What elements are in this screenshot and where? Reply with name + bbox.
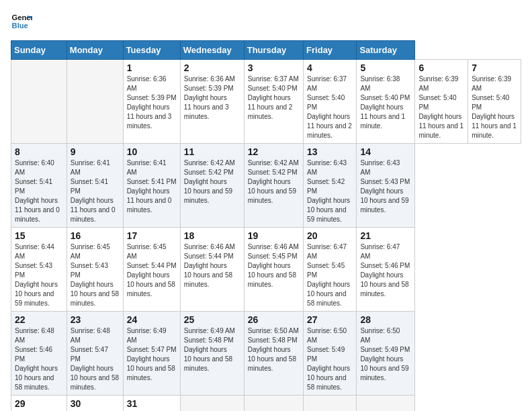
day-info: Sunrise: 6:45 AMSunset: 5:44 PMDaylight … xyxy=(127,242,177,299)
day-info: Sunrise: 6:49 AMSunset: 5:48 PMDaylight … xyxy=(184,326,240,373)
header-saturday: Saturday xyxy=(357,41,415,60)
header-sunday: Sunday xyxy=(11,41,67,60)
day-info: Sunrise: 6:42 AMSunset: 5:42 PMDaylight … xyxy=(184,158,240,205)
day-number: 24 xyxy=(127,314,177,325)
day-number: 16 xyxy=(71,230,120,241)
logo: General Blue xyxy=(11,11,32,32)
day-number: 30 xyxy=(71,398,120,409)
calendar-cell: 4Sunrise: 6:37 AMSunset: 5:40 PMDaylight… xyxy=(304,60,357,144)
day-info: Sunrise: 6:42 AMSunset: 5:42 PMDaylight … xyxy=(248,158,300,205)
header-tuesday: Tuesday xyxy=(123,41,180,60)
svg-text:Blue: Blue xyxy=(12,21,28,30)
calendar-cell xyxy=(66,60,123,144)
day-info: Sunrise: 6:37 AMSunset: 5:40 PMDaylight … xyxy=(248,75,300,122)
day-info: Sunrise: 6:50 AMSunset: 5:49 PMDaylight … xyxy=(360,326,411,383)
calendar-week-row: 15Sunrise: 6:44 AMSunset: 5:43 PMDayligh… xyxy=(11,228,521,312)
calendar-cell: 18Sunrise: 6:46 AMSunset: 5:44 PMDayligh… xyxy=(180,228,244,312)
day-number: 8 xyxy=(15,146,63,157)
calendar-cell: 27Sunrise: 6:50 AMSunset: 5:49 PMDayligh… xyxy=(304,312,357,396)
header-monday: Monday xyxy=(66,41,123,60)
calendar-cell: 23Sunrise: 6:48 AMSunset: 5:47 PMDayligh… xyxy=(66,312,123,396)
day-number: 27 xyxy=(307,314,353,325)
day-number: 12 xyxy=(248,146,300,157)
calendar-cell: 24Sunrise: 6:49 AMSunset: 5:47 PMDayligh… xyxy=(123,312,180,396)
day-info: Sunrise: 6:41 AMSunset: 5:41 PMDaylight … xyxy=(71,158,120,224)
calendar-cell: 10Sunrise: 6:41 AMSunset: 5:41 PMDayligh… xyxy=(123,144,180,228)
calendar-cell: 26Sunrise: 6:50 AMSunset: 5:48 PMDayligh… xyxy=(244,312,303,396)
day-info: Sunrise: 6:37 AMSunset: 5:40 PMDaylight … xyxy=(307,75,353,140)
calendar-week-row: 8Sunrise: 6:40 AMSunset: 5:41 PMDaylight… xyxy=(11,144,521,228)
calendar-cell: 25Sunrise: 6:49 AMSunset: 5:48 PMDayligh… xyxy=(180,312,244,396)
day-info: Sunrise: 6:39 AMSunset: 5:40 PMDaylight … xyxy=(472,75,517,140)
day-info: Sunrise: 6:41 AMSunset: 5:41 PMDaylight … xyxy=(127,158,177,215)
calendar-cell xyxy=(304,396,357,412)
calendar-header-row: SundayMondayTuesdayWednesdayThursdayFrid… xyxy=(11,41,521,60)
day-number: 5 xyxy=(360,62,411,73)
day-number: 10 xyxy=(127,146,177,157)
day-info: Sunrise: 6:38 AMSunset: 5:40 PMDaylight … xyxy=(360,75,411,131)
calendar-cell: 19Sunrise: 6:46 AMSunset: 5:45 PMDayligh… xyxy=(244,228,303,312)
day-number: 14 xyxy=(360,146,411,157)
day-number: 3 xyxy=(248,62,300,73)
calendar-week-row: 22Sunrise: 6:48 AMSunset: 5:46 PMDayligh… xyxy=(11,312,521,396)
day-number: 29 xyxy=(15,398,63,409)
calendar-cell: 6Sunrise: 6:39 AMSunset: 5:40 PMDaylight… xyxy=(415,60,468,144)
logo-icon: General Blue xyxy=(11,11,32,32)
calendar-cell: 29Sunrise: 6:51 AMSunset: 5:50 PMDayligh… xyxy=(11,396,67,412)
day-number: 28 xyxy=(360,314,411,325)
day-info: Sunrise: 6:47 AMSunset: 5:46 PMDaylight … xyxy=(360,242,411,299)
day-number: 22 xyxy=(15,314,63,325)
page-header: General Blue xyxy=(11,11,521,32)
header-friday: Friday xyxy=(304,41,357,60)
day-info: Sunrise: 6:43 AMSunset: 5:43 PMDaylight … xyxy=(360,158,411,215)
day-info: Sunrise: 6:36 AMSunset: 5:39 PMDaylight … xyxy=(127,75,177,131)
calendar-cell: 28Sunrise: 6:50 AMSunset: 5:49 PMDayligh… xyxy=(357,312,415,396)
day-number: 1 xyxy=(127,62,177,73)
day-info: Sunrise: 6:45 AMSunset: 5:43 PMDaylight … xyxy=(71,242,120,308)
day-info: Sunrise: 6:46 AMSunset: 5:44 PMDaylight … xyxy=(184,242,240,289)
calendar-cell: 22Sunrise: 6:48 AMSunset: 5:46 PMDayligh… xyxy=(11,312,67,396)
day-info: Sunrise: 6:49 AMSunset: 5:47 PMDaylight … xyxy=(127,326,177,383)
calendar-cell: 3Sunrise: 6:37 AMSunset: 5:40 PMDaylight… xyxy=(244,60,303,144)
header-thursday: Thursday xyxy=(244,41,303,60)
day-number: 6 xyxy=(418,62,464,73)
day-number: 17 xyxy=(127,230,177,241)
day-number: 25 xyxy=(184,314,240,325)
header-wednesday: Wednesday xyxy=(180,41,244,60)
day-number: 13 xyxy=(307,146,353,157)
day-info: Sunrise: 6:47 AMSunset: 5:45 PMDaylight … xyxy=(307,242,353,308)
day-info: Sunrise: 6:40 AMSunset: 5:41 PMDaylight … xyxy=(15,158,63,224)
day-number: 18 xyxy=(184,230,240,241)
day-number: 9 xyxy=(71,146,120,157)
calendar-cell: 16Sunrise: 6:45 AMSunset: 5:43 PMDayligh… xyxy=(66,228,123,312)
day-info: Sunrise: 6:39 AMSunset: 5:40 PMDaylight … xyxy=(418,75,464,140)
calendar-table: SundayMondayTuesdayWednesdayThursdayFrid… xyxy=(11,40,521,411)
calendar-cell: 2Sunrise: 6:36 AMSunset: 5:39 PMDaylight… xyxy=(180,60,244,144)
day-info: Sunrise: 6:43 AMSunset: 5:42 PMDaylight … xyxy=(307,158,353,224)
day-number: 21 xyxy=(360,230,411,241)
calendar-cell: 15Sunrise: 6:44 AMSunset: 5:43 PMDayligh… xyxy=(11,228,67,312)
day-number: 2 xyxy=(184,62,240,73)
day-number: 20 xyxy=(307,230,353,241)
calendar-cell: 1Sunrise: 6:36 AMSunset: 5:39 PMDaylight… xyxy=(123,60,180,144)
day-number: 23 xyxy=(71,314,120,325)
calendar-week-row: 1Sunrise: 6:36 AMSunset: 5:39 PMDaylight… xyxy=(11,60,521,144)
day-info: Sunrise: 6:36 AMSunset: 5:39 PMDaylight … xyxy=(184,75,240,122)
calendar-cell: 12Sunrise: 6:42 AMSunset: 5:42 PMDayligh… xyxy=(244,144,303,228)
calendar-cell: 11Sunrise: 6:42 AMSunset: 5:42 PMDayligh… xyxy=(180,144,244,228)
calendar-cell: 5Sunrise: 6:38 AMSunset: 5:40 PMDaylight… xyxy=(357,60,415,144)
day-number: 11 xyxy=(184,146,240,157)
calendar-cell: 7Sunrise: 6:39 AMSunset: 5:40 PMDaylight… xyxy=(468,60,521,144)
calendar-cell: 30Sunrise: 6:51 AMSunset: 5:51 PMDayligh… xyxy=(66,396,123,412)
day-info: Sunrise: 6:48 AMSunset: 5:47 PMDaylight … xyxy=(71,326,120,392)
calendar-cell: 9Sunrise: 6:41 AMSunset: 5:41 PMDaylight… xyxy=(66,144,123,228)
day-number: 26 xyxy=(248,314,300,325)
calendar-cell: 13Sunrise: 6:43 AMSunset: 5:42 PMDayligh… xyxy=(304,144,357,228)
day-number: 15 xyxy=(15,230,63,241)
calendar-cell: 14Sunrise: 6:43 AMSunset: 5:43 PMDayligh… xyxy=(357,144,415,228)
day-number: 19 xyxy=(248,230,300,241)
calendar-cell: 20Sunrise: 6:47 AMSunset: 5:45 PMDayligh… xyxy=(304,228,357,312)
day-number: 4 xyxy=(307,62,353,73)
day-info: Sunrise: 6:50 AMSunset: 5:49 PMDaylight … xyxy=(307,326,353,392)
calendar-cell xyxy=(357,396,415,412)
